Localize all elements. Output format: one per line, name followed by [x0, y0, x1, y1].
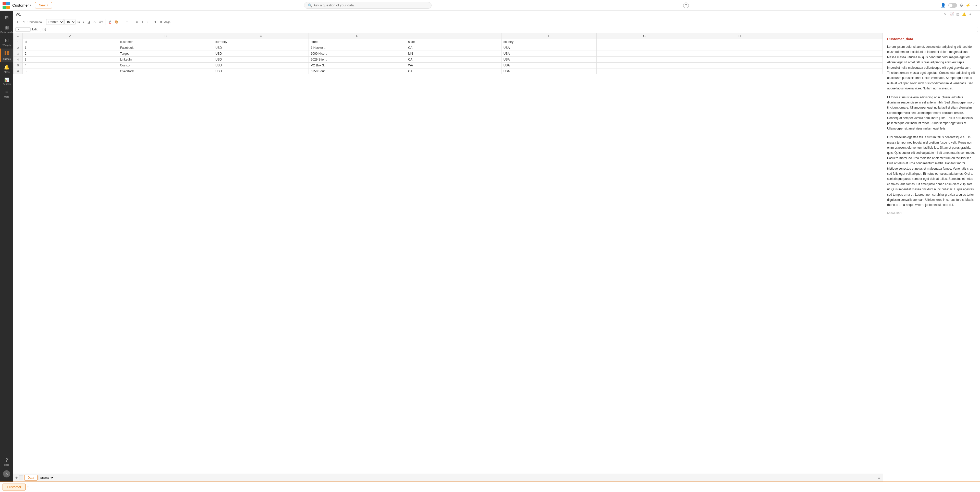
cell-rownum[interactable]: 5: [14, 62, 23, 69]
filter-icon[interactable]: ⊡: [956, 12, 959, 16]
new-button[interactable]: New +: [35, 2, 52, 8]
bold-button[interactable]: B: [76, 19, 81, 24]
undo-button[interactable]: ↩: [15, 19, 21, 24]
cell-e[interactable]: MN: [406, 51, 501, 57]
cell-a[interactable]: 1: [23, 45, 118, 51]
cell-b[interactable]: Overstock: [118, 69, 213, 74]
cell-f[interactable]: USA: [501, 62, 597, 69]
col-header-g[interactable]: G: [597, 33, 692, 39]
cell-rownum[interactable]: 6: [14, 69, 23, 74]
cell-f[interactable]: USA: [501, 51, 597, 57]
cell-c[interactable]: USD: [213, 57, 309, 62]
cell-c[interactable]: USD: [213, 69, 309, 74]
cell-h[interactable]: [692, 39, 788, 45]
cell-a[interactable]: 4: [23, 62, 118, 69]
sidebar-item-help[interactable]: ? Help: [3, 455, 10, 468]
cell-f[interactable]: USA: [501, 57, 597, 62]
cell-c[interactable]: USD: [213, 62, 309, 69]
table-row[interactable]: 21FacebookUSD1 Hacker ...CAUSA: [14, 45, 883, 51]
sidebar-item-alerts[interactable]: 🔔 Alerts: [0, 62, 13, 75]
strikethrough-button[interactable]: S: [92, 19, 97, 24]
cell-h[interactable]: [692, 45, 788, 51]
toggle-switch[interactable]: [948, 3, 957, 8]
sheet-more-icon[interactable]: ···: [974, 12, 977, 16]
col-header-f[interactable]: F: [501, 33, 597, 39]
cell-e[interactable]: CA: [406, 57, 501, 62]
cell-g[interactable]: [597, 39, 692, 45]
sheet-tab-data[interactable]: Data: [24, 475, 37, 481]
cell-d[interactable]: 2029 Stier...: [309, 57, 406, 62]
cell-a[interactable]: 3: [23, 57, 118, 62]
cell-a[interactable]: 5: [23, 69, 118, 74]
italic-button[interactable]: I: [82, 19, 86, 24]
cell-rownum[interactable]: 4: [14, 57, 23, 62]
bottom-tab-customer[interactable]: Customer: [3, 484, 25, 490]
help-button[interactable]: ?: [683, 3, 689, 8]
cell-h[interactable]: [692, 69, 788, 74]
cell-b[interactable]: Target: [118, 51, 213, 57]
font-size-select[interactable]: 15: [64, 19, 76, 25]
bg-color-button[interactable]: 🎨: [113, 19, 120, 24]
overflow-button[interactable]: ⊠: [158, 19, 164, 24]
cell-f[interactable]: USA: [501, 69, 597, 74]
col-header-e[interactable]: E: [406, 33, 501, 39]
cell-i[interactable]: [788, 69, 883, 74]
font-color-button[interactable]: A: [107, 19, 113, 25]
table-row[interactable]: 65OverstockUSD6350 Sout...CAUSA: [14, 69, 883, 74]
bolt-icon[interactable]: ⚡: [966, 3, 971, 8]
more-menu-icon[interactable]: ···: [974, 3, 977, 8]
wrap-button[interactable]: ↵: [146, 19, 151, 24]
cell-g[interactable]: [597, 57, 692, 62]
add-tab-button[interactable]: +: [27, 484, 29, 490]
col-header-d[interactable]: D: [309, 33, 406, 39]
chart-icon[interactable]: 📈: [950, 12, 954, 16]
table-row[interactable]: 1idcustomercurrencystreetstatecountry: [14, 39, 883, 45]
cell-g[interactable]: [597, 69, 692, 74]
col-header-c[interactable]: C: [213, 33, 309, 39]
cell-ref-dropdown-icon[interactable]: ▾: [18, 28, 19, 31]
border-button[interactable]: ⊞: [124, 19, 130, 24]
cell-h[interactable]: [692, 57, 788, 62]
cell-i[interactable]: [788, 51, 883, 57]
cell-i[interactable]: [788, 57, 883, 62]
col-header-h[interactable]: H: [692, 33, 788, 39]
table-row[interactable]: 54CostcoUSDPO Box 3...WAUSA: [14, 62, 883, 69]
cell-f[interactable]: country: [501, 39, 597, 45]
cell-d[interactable]: PO Box 3...: [309, 62, 406, 69]
cell-e[interactable]: CA: [406, 69, 501, 74]
cell-e[interactable]: WA: [406, 62, 501, 69]
cell-b[interactable]: Costco: [118, 62, 213, 69]
cell-b[interactable]: LinkedIn: [118, 57, 213, 62]
magic-icon[interactable]: ✦: [969, 12, 972, 16]
sheet-collapse-button[interactable]: ▲: [877, 476, 881, 480]
cell-b[interactable]: customer: [118, 39, 213, 45]
sheet-tab-sheet2-select[interactable]: Sheet2: [38, 475, 54, 480]
doc-title[interactable]: Customer ▾: [12, 3, 32, 7]
col-header-b[interactable]: B: [118, 33, 213, 39]
cell-d[interactable]: street: [309, 39, 406, 45]
redo-button[interactable]: ↪: [21, 19, 27, 24]
cell-h[interactable]: [692, 62, 788, 69]
cell-c[interactable]: USD: [213, 45, 309, 51]
cell-i[interactable]: [788, 45, 883, 51]
cell-rownum[interactable]: 2: [14, 45, 23, 51]
formula-input[interactable]: [40, 27, 978, 32]
cell-d[interactable]: 1000 Nico...: [309, 51, 406, 57]
cell-e[interactable]: state: [406, 39, 501, 45]
gear-icon[interactable]: ⚙: [959, 3, 963, 8]
cell-e[interactable]: CA: [406, 45, 501, 51]
halign-button[interactable]: ≡: [134, 19, 139, 24]
cell-c[interactable]: USD: [213, 51, 309, 57]
cell-g[interactable]: [597, 62, 692, 69]
logo[interactable]: [3, 2, 10, 9]
sidebar-item-home[interactable]: ⊞: [0, 13, 13, 22]
add-sheet-button[interactable]: +: [15, 475, 18, 480]
col-header-a[interactable]: A: [23, 33, 118, 39]
underline-button[interactable]: U: [86, 19, 92, 24]
cell-a[interactable]: 2: [23, 51, 118, 57]
sidebar-item-widgets[interactable]: ⊡ Widgets: [0, 35, 13, 48]
cell-g[interactable]: [597, 51, 692, 57]
cell-i[interactable]: [788, 39, 883, 45]
merge-button[interactable]: ⊡: [152, 19, 158, 24]
cell-a[interactable]: id: [23, 39, 118, 45]
